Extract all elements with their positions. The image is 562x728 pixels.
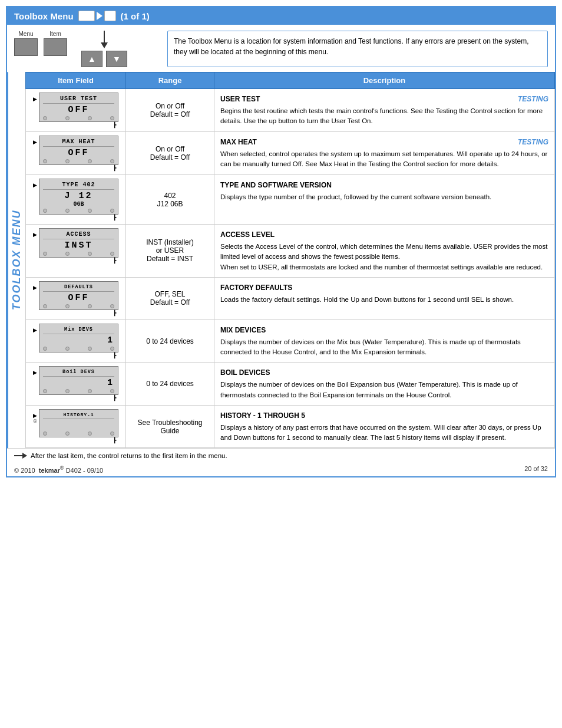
desc-history: HISTORY - 1 THROUGH 5 Displays a history… — [214, 405, 555, 448]
item-field-user-test: ▶ USER TEST OFF — [26, 89, 126, 132]
col-description: Description — [214, 73, 555, 89]
desc-max-heat: MAX HEAT TESTING When selected, control … — [214, 132, 555, 175]
footer-note: After the last item, the control returns… — [7, 448, 555, 463]
table-row: ▶ USER TEST OFF — [26, 89, 555, 132]
item-label: Item — [49, 31, 61, 37]
legend-description: The Toolbox Menu is a location for syste… — [167, 31, 548, 67]
range-factory-defaults: OFF, SELDefault = Off — [126, 277, 214, 319]
item-field-type-version: ▶ TYPE 402 J 12 06B — [26, 175, 126, 225]
range-mix-devices: 0 to 24 devices — [126, 319, 214, 363]
desc-body: When selected, control operates the syst… — [220, 149, 548, 170]
range-history: See Troubleshooting Guide — [126, 405, 214, 448]
desc-boil-devices: BOIL DEVICES Displays the number of devi… — [214, 363, 555, 406]
footer-note-text: After the last item, the control returns… — [31, 452, 227, 459]
desc-body: Displays the number of devices on the Mi… — [220, 337, 548, 358]
desc-title: FACTORY DEFAULTS — [220, 282, 548, 293]
header-title: Toolbox Menu — [14, 11, 74, 21]
desc-factory-defaults: FACTORY DEFAULTS Loads the factory defau… — [214, 277, 555, 319]
range-type-version: 402J12 06B — [126, 175, 214, 225]
item-field-mix-devices: ▶ Mix DEVS 1 — [26, 319, 126, 363]
range-max-heat: On or OffDefault = Off — [126, 132, 214, 175]
desc-title: USER TEST TESTING — [220, 94, 548, 104]
page-header: Toolbox Menu (1 of 1) — [7, 7, 555, 25]
table-row: ▶ MAX HEAT OFF — [26, 132, 555, 175]
item-field-boil-devices: ▶ Boil DEVS 1 — [26, 363, 126, 406]
legend-left: Menu Item ▲ ▼ — [14, 31, 167, 67]
menu-button-legend: Menu — [14, 31, 38, 56]
item-field-access-level: ▶ ACCESS INST — [26, 225, 126, 278]
item-btn-icon[interactable] — [44, 38, 67, 56]
desc-user-test: USER TEST TESTING Begins the test routin… — [214, 89, 555, 132]
up-arrow-button[interactable]: ▲ — [81, 51, 103, 67]
table-row: ▶ Mix DEVS 1 — [26, 319, 555, 363]
desc-tag: TESTING — [518, 94, 548, 104]
legend-description-text: The Toolbox Menu is a location for syste… — [174, 37, 529, 56]
sidebar-toolbox-menu-label: TOOLBOX MENU — [7, 72, 25, 448]
desc-body: Loads the factory default settings. Hold… — [220, 295, 548, 305]
desc-body: Displays the type number of the product,… — [220, 192, 548, 202]
header-subtitle: (1 of 1) — [121, 11, 150, 21]
down-arrow-button[interactable]: ▼ — [106, 51, 127, 67]
page-number: 20 of 32 — [524, 465, 548, 474]
range-user-test: On or OffDefault = Off — [126, 89, 214, 132]
footer-arrow-icon — [14, 453, 27, 459]
main-content: TOOLBOX MENU Item Field Range Descriptio… — [7, 72, 555, 448]
copyright-text: © 2010 tekmar® D402 - 09/10 — [14, 465, 103, 474]
table-row: ▶ DEFAULTS OFF — [26, 277, 555, 319]
item-field-history: ▶ ① HISTORY-1 — [26, 405, 126, 448]
range-boil-devices: 0 to 24 devices — [126, 363, 214, 406]
header-icon — [78, 11, 116, 21]
legend-row: Menu Item ▲ ▼ The Toolbox Menu is a loc — [7, 25, 555, 67]
desc-title: TYPE AND SOFTWARE VERSION — [220, 180, 548, 190]
col-range: Range — [126, 73, 214, 89]
desc-title: HISTORY - 1 THROUGH 5 — [220, 410, 548, 421]
desc-tag: TESTING — [518, 137, 548, 147]
desc-title: MAX HEAT TESTING — [220, 137, 548, 147]
desc-access-level: ACCESS LEVEL Selects the Access Level of… — [214, 225, 555, 278]
menu-btn-icon[interactable] — [14, 38, 38, 56]
item-button-legend: Item — [44, 31, 67, 56]
desc-mix-devices: MIX DEVICES Displays the number of devic… — [214, 319, 555, 363]
table-row: ▶ ACCESS INST — [26, 225, 555, 278]
item-field-max-heat: ▶ MAX HEAT OFF — [26, 132, 126, 175]
desc-body: Begins the test routine which tests the … — [220, 106, 548, 127]
col-item-field: Item Field — [26, 73, 126, 89]
range-access-level: INST (Installer)or USERDefault = INST — [126, 225, 214, 278]
desc-type-version: TYPE AND SOFTWARE VERSION Displays the t… — [214, 175, 555, 225]
item-field-factory-defaults: ▶ DEFAULTS OFF — [26, 277, 126, 319]
page-footer: © 2010 tekmar® D402 - 09/10 20 of 32 — [7, 463, 555, 476]
menu-table: Item Field Range Description ▶ USER TEST — [25, 72, 555, 448]
desc-title: ACCESS LEVEL — [220, 229, 548, 240]
table-row: ▶ ① HISTORY-1 — [26, 405, 555, 448]
table-row: ▶ Boil DEVS 1 — [26, 363, 555, 406]
page-wrapper: Toolbox Menu (1 of 1) Menu Item — [6, 6, 556, 477]
desc-body: Displays a history of any past errors th… — [220, 423, 548, 443]
menu-label: Menu — [18, 31, 33, 37]
desc-body: Displays the number of devices on the Bo… — [220, 380, 548, 400]
desc-title: MIX DEVICES — [220, 325, 548, 335]
desc-title: BOIL DEVICES — [220, 367, 548, 378]
desc-body: Selects the Access Level of the control,… — [220, 242, 548, 272]
table-row: ▶ TYPE 402 J 12 06B — [26, 175, 555, 225]
